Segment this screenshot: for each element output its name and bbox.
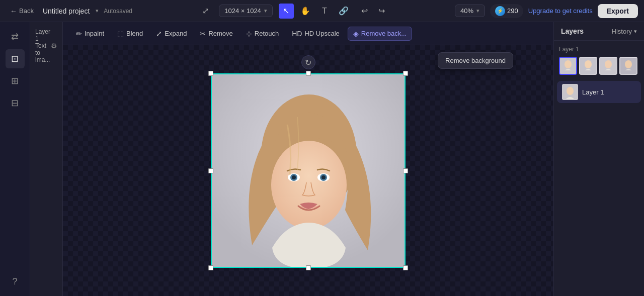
sidebar-layers-icon[interactable]: ⊟ <box>6 93 25 113</box>
canvas-area: ✏ Inpaint ⬚ Blend ⤢ Expand ✂ Remove ⊹ Re… <box>63 22 553 296</box>
remove-bg-tooltip: Remove background <box>438 52 513 69</box>
back-arrow-icon: ← <box>10 7 17 15</box>
handle-bottom-right[interactable] <box>403 265 408 270</box>
credits-badge: ⚡ 290 <box>490 4 523 18</box>
size-selector[interactable]: 1024 × 1024 ▾ <box>219 5 273 17</box>
retouch-button[interactable]: ⊹ Retouch <box>241 27 284 40</box>
handle-top-left[interactable] <box>208 71 213 76</box>
layer-thumb-3[interactable] <box>599 57 617 75</box>
canvas-toolbar: ✏ Inpaint ⬚ Blend ⤢ Expand ✂ Remove ⊹ Re… <box>63 22 553 45</box>
zoom-chevron-icon: ▾ <box>476 8 479 14</box>
retouch-label: Retouch <box>255 30 279 37</box>
remove-bg-button[interactable]: ◈ Remove back... <box>348 27 412 41</box>
main-area: ⇄ ⊡ ⊞ ⊟ ? Layer 1 Text to ima... ⚙ ✏ Inp… <box>0 22 644 296</box>
canvas-image[interactable] <box>211 73 406 268</box>
layers-title: Layers <box>561 27 584 35</box>
text-tool-icon[interactable]: T <box>317 4 332 19</box>
expand-label: Expand <box>165 30 187 37</box>
topbar-left: ← Back Untitled project ▾ Autosaved <box>6 5 132 17</box>
thumb-face-3 <box>600 58 616 74</box>
thumb-face-4 <box>620 58 636 74</box>
right-panel: Layers History ▾ Layer 1 <box>553 22 644 296</box>
project-name-chevron-icon[interactable]: ▾ <box>96 8 99 14</box>
svg-point-18 <box>625 60 632 68</box>
blend-button[interactable]: ⬚ Blend <box>112 27 148 40</box>
svg-point-14 <box>585 60 592 68</box>
back-button[interactable]: ← Back <box>6 5 38 17</box>
upscale-label: HD Upscale <box>304 30 339 37</box>
inpaint-button[interactable]: ✏ Inpaint <box>71 27 109 40</box>
svg-point-9 <box>321 175 326 179</box>
size-label: 1024 × 1024 <box>224 7 261 15</box>
left-sidebar: ⇄ ⊡ ⊞ ⊟ ? <box>0 22 30 296</box>
portrait-svg <box>212 74 406 268</box>
svg-point-12 <box>565 61 571 68</box>
thumb-face-1 <box>560 58 576 74</box>
tooltip-text: Remove background <box>445 57 506 64</box>
sidebar-transform-icon[interactable]: ⊞ <box>6 71 25 90</box>
handle-middle-left[interactable] <box>208 168 213 173</box>
svg-point-6 <box>292 175 296 179</box>
handle-top-middle[interactable] <box>306 71 311 76</box>
svg-point-3 <box>271 141 347 229</box>
cursor-tool-icon[interactable]: ↖ <box>279 4 294 19</box>
refresh-button[interactable]: ↻ <box>301 55 315 69</box>
layer-thumb-4[interactable] <box>619 57 637 75</box>
redo-icon[interactable]: ↪ <box>374 4 389 19</box>
upscale-button[interactable]: HD HD Upscale <box>287 27 345 40</box>
export-button[interactable]: Export <box>598 4 638 18</box>
layer-thumbnails <box>559 57 639 75</box>
history-chevron-icon: ▾ <box>634 28 637 35</box>
link-tool-icon[interactable]: 🔗 <box>336 4 351 19</box>
blend-icon: ⬚ <box>117 30 124 38</box>
thumb-face-2 <box>580 58 596 74</box>
layer-section-title: Layer 1 <box>559 46 639 53</box>
layer-mini-name: Layer 1 Text to ima... <box>35 28 51 63</box>
handle-top-right[interactable] <box>403 71 408 76</box>
sidebar-panel-icon[interactable]: ⇄ <box>6 27 25 46</box>
layer-thumb-2[interactable] <box>579 57 597 75</box>
undo-redo-group: ↩ ↪ <box>357 4 389 19</box>
size-chevron-icon: ▾ <box>264 8 267 14</box>
expand-icon: ⤢ <box>156 30 162 38</box>
autosaved-label: Autosaved <box>104 8 132 15</box>
layer-header-row: Layer 1 Text to ima... ⚙ <box>34 26 58 65</box>
svg-point-16 <box>605 60 612 68</box>
svg-point-20 <box>567 87 574 95</box>
upgrade-link[interactable]: Upgrade to get credits <box>528 7 593 15</box>
zoom-label: 40% <box>460 7 473 15</box>
topbar: ← Back Untitled project ▾ Autosaved ⤢ 10… <box>0 0 644 22</box>
remove-icon: ✂ <box>200 30 206 38</box>
layer-thumb-1[interactable] <box>559 57 577 75</box>
inpaint-icon: ✏ <box>76 30 82 38</box>
toolbar-icons: ↖ ✋ T 🔗 <box>279 4 351 19</box>
undo-icon[interactable]: ↩ <box>357 4 372 19</box>
resize-icon[interactable]: ⤢ <box>198 4 213 19</box>
expand-button[interactable]: ⤢ Expand <box>151 27 192 40</box>
credits-count: 290 <box>507 7 518 15</box>
blend-label: Blend <box>126 30 143 37</box>
topbar-right: 40% ▾ ⚡ 290 Upgrade to get credits Expor… <box>455 4 638 18</box>
layers-mini-panel: Layer 1 Text to ima... ⚙ <box>30 22 63 296</box>
upscale-icon: HD <box>292 30 302 38</box>
remove-bg-label: Remove back... <box>361 30 407 37</box>
sidebar-crop-icon[interactable]: ⊡ <box>6 49 25 68</box>
history-button[interactable]: History ▾ <box>612 28 637 35</box>
project-name[interactable]: Untitled project <box>43 7 90 15</box>
layer-settings-icon[interactable]: ⚙ <box>51 42 57 50</box>
layer-entry-thumbnail <box>562 84 578 100</box>
handle-middle-right[interactable] <box>403 168 408 173</box>
remove-button[interactable]: ✂ Remove <box>195 27 237 40</box>
handle-bottom-left[interactable] <box>208 265 213 270</box>
handle-bottom-middle[interactable] <box>306 265 311 270</box>
image-container: ↻ <box>211 73 406 268</box>
layer-entry[interactable]: Layer 1 <box>557 81 641 103</box>
zoom-selector[interactable]: 40% ▾ <box>455 5 485 17</box>
hand-tool-icon[interactable]: ✋ <box>298 4 313 19</box>
credits-circle-icon: ⚡ <box>495 6 505 16</box>
topbar-center: ⤢ 1024 × 1024 ▾ ↖ ✋ T 🔗 ↩ ↪ <box>136 4 451 19</box>
sidebar-help-icon[interactable]: ? <box>6 272 25 291</box>
canvas-viewport[interactable]: ↻ <box>63 45 553 296</box>
layer-section: Layer 1 <box>554 41 644 78</box>
right-panel-header: Layers History ▾ <box>554 22 644 41</box>
